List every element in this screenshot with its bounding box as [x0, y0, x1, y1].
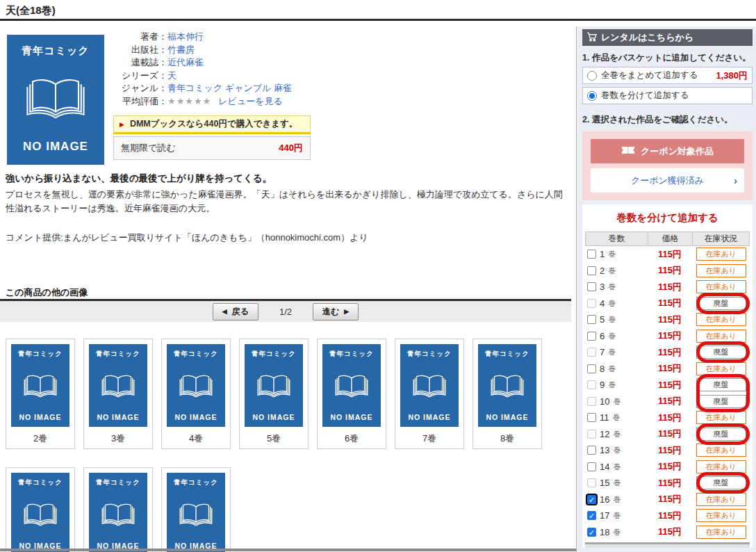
thumbnail-card[interactable]: 青年コミックNO IMAGE8巻	[472, 339, 542, 449]
open-book-icon	[488, 373, 526, 399]
no-image-label: NO IMAGE	[330, 413, 372, 421]
volume-cell: ✓18巻	[585, 527, 648, 537]
volume-status-cell: 在庫あり	[692, 460, 750, 473]
radio-button[interactable]	[587, 91, 597, 101]
basket-option[interactable]: 全巻をまとめて追加する1,380円	[582, 67, 753, 84]
meta-value-link[interactable]: 福本伸行	[167, 31, 204, 44]
volume-status-cell: 在庫あり	[692, 362, 750, 375]
volume-price: 115円	[648, 330, 692, 342]
cover-genre-label: 青年コミック	[252, 350, 296, 359]
volume-cell: 4巻	[585, 298, 648, 309]
thumbnail-card[interactable]: 青年コミックNO IMAGE6巻	[317, 339, 386, 449]
volume-price: 115円	[648, 510, 692, 522]
dmm-books-banner[interactable]: ▶ DMMブックスなら440円で購入できます。	[113, 115, 311, 134]
volume-number: 7	[600, 347, 605, 357]
volume-price: 115円	[648, 412, 692, 424]
volume-unit: 巻	[608, 298, 616, 309]
cover-genre-label: 青年コミック	[22, 44, 89, 58]
volume-status-cell: 廃盤	[692, 476, 750, 489]
volume-checkbox[interactable]	[587, 332, 596, 341]
table-footer-cutoff	[585, 544, 750, 548]
stock-status-badge: 廃盤	[696, 476, 746, 489]
volume-checkbox[interactable]: ✓	[587, 511, 596, 520]
volume-checkbox[interactable]	[587, 282, 596, 291]
volume-status-cell: 廃盤	[692, 346, 750, 359]
cover-genre-label: 青年コミック	[18, 350, 63, 359]
volume-checkbox[interactable]	[587, 315, 596, 324]
volume-checkbox[interactable]	[587, 364, 596, 373]
volume-list-box: 巻数を分けて追加する 巻数 価格 在庫状況 1巻115円在庫あり2巻115円在庫…	[582, 204, 753, 548]
thumbnail-card[interactable]: 青年コミックNO IMAGE	[83, 467, 153, 552]
volume-checkbox[interactable]	[587, 446, 596, 455]
volume-checkbox[interactable]	[587, 266, 596, 275]
meta-label: シリーズ：	[113, 70, 167, 83]
no-image-label: NO IMAGE	[23, 140, 88, 154]
volume-status-cell: 在庫あり	[692, 247, 750, 261]
volume-status-cell: 廃盤	[692, 395, 750, 408]
volume-price: 115円	[648, 281, 692, 293]
volume-row: 12巻115円廃盤	[585, 426, 750, 443]
volume-price: 115円	[648, 395, 692, 407]
cover-genre-label: 青年コミック	[329, 350, 374, 359]
volume-unit: 巻	[613, 412, 621, 423]
stock-status-badge: 廃盤	[696, 297, 746, 310]
thumbnail-cover-image: 青年コミックNO IMAGE	[322, 344, 381, 427]
volume-number: 12	[600, 429, 609, 439]
volume-status-cell: 廃盤	[692, 297, 750, 310]
volume-checkbox[interactable]: ✓	[587, 528, 596, 537]
pager-back-button[interactable]: ◀ 戻る	[213, 303, 258, 320]
meta-value-link[interactable]: 竹書房	[167, 44, 195, 57]
volume-checkbox	[587, 348, 596, 357]
meta-value-link[interactable]: 天	[167, 70, 176, 83]
volume-cell: 9巻	[585, 380, 648, 390]
thumbnail-card[interactable]: 青年コミックNO IMAGE	[6, 467, 75, 552]
volume-checkbox[interactable]	[587, 462, 596, 471]
thumbnail-card[interactable]: 青年コミックNO IMAGE2巻	[6, 339, 75, 449]
back-arrow-icon: ◀	[222, 308, 227, 315]
volume-checkbox[interactable]	[587, 413, 596, 422]
basket-option[interactable]: 巻数を分けて追加する	[582, 87, 753, 104]
volume-checkbox[interactable]	[587, 250, 596, 259]
volume-checkbox[interactable]: ✓	[587, 495, 596, 504]
volume-cell: 3巻	[585, 282, 648, 292]
meta-value-link[interactable]: 近代麻雀	[167, 56, 204, 70]
volume-number: 13	[600, 445, 609, 455]
volume-cell: 15巻	[585, 478, 648, 488]
cover-genre-label: 青年コミック	[174, 478, 218, 487]
coupon-acquired-button[interactable]: クーポン獲得済み ›	[591, 168, 744, 193]
volume-row: 14巻115円在庫あり	[585, 459, 750, 476]
radio-button[interactable]	[587, 71, 597, 81]
pager-next-button[interactable]: 進む ▶	[313, 303, 359, 320]
stock-status-badge: 廃盤	[696, 428, 746, 441]
header-volume: 巻数	[586, 232, 648, 245]
thumbnail-row-2: 青年コミックNO IMAGE青年コミックNO IMAGE青年コミックNO IMA…	[6, 467, 231, 552]
volume-row: 10巻115円廃盤	[585, 393, 750, 410]
volume-price: 115円	[648, 314, 692, 326]
meta-value-link[interactable]: 青年コミック ギャンブル 麻雀	[167, 82, 292, 95]
no-image-label: NO IMAGE	[486, 413, 528, 421]
volume-number: 17	[600, 510, 609, 521]
volume-row: 1巻115円在庫あり	[585, 246, 750, 263]
meta-label: 平均評価：	[113, 95, 167, 108]
meta-row: 出版社：竹書房	[113, 44, 292, 57]
thumbnail-card[interactable]: 青年コミックNO IMAGE4巻	[161, 339, 231, 449]
read-option-row[interactable]: 無期限で読む 440円	[113, 136, 311, 160]
volume-row: 5巻115円在庫あり	[585, 311, 750, 328]
volume-unit: 巻	[608, 282, 616, 292]
meta-row: 平均評価：★★★★★レビューを見る	[113, 95, 292, 108]
meta-label: ジャンル：	[113, 82, 167, 95]
thumbnail-card[interactable]: 青年コミックNO IMAGE	[161, 467, 231, 552]
volume-status-cell: 在庫あり	[692, 264, 750, 277]
volume-number: 11	[600, 412, 609, 423]
coupon-target-banner[interactable]: クーポン対象作品	[591, 139, 744, 163]
thumbnail-card[interactable]: 青年コミックNO IMAGE5巻	[239, 339, 309, 449]
volume-number: 15	[600, 478, 609, 488]
thumbnail-cover-image: 青年コミックNO IMAGE	[11, 344, 69, 427]
thumbnail-card[interactable]: 青年コミックNO IMAGE7巻	[395, 339, 464, 449]
cover-genre-label: 青年コミック	[174, 350, 218, 359]
volume-row: ✓18巻115円在庫あり	[585, 524, 750, 541]
volume-price: 115円	[648, 379, 692, 391]
review-link[interactable]: レビューを見る	[218, 95, 283, 108]
product-meta: 著者：福本伸行出版社：竹書房連載誌：近代麻雀シリーズ：天ジャンル：青年コミック …	[113, 31, 292, 108]
thumbnail-card[interactable]: 青年コミックNO IMAGE3巻	[83, 339, 153, 449]
